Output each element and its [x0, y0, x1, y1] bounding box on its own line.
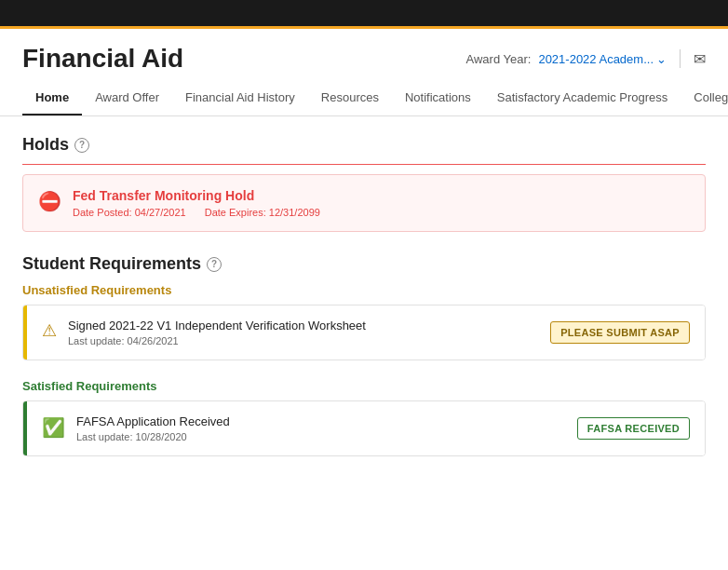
- fafsa-received-badge[interactable]: FAFSA RECEIVED: [577, 417, 690, 440]
- hold-item: ⛔ Fed Transfer Monitoring Hold Date Post…: [22, 174, 706, 232]
- hold-date-expires-value: 12/31/2099: [269, 207, 320, 218]
- satisfied-req-name: FAFSA Application Received: [76, 414, 230, 428]
- warning-triangle-icon: ⚠: [42, 320, 57, 341]
- holds-section: Holds ? ⛔ Fed Transfer Monitoring Hold D…: [22, 135, 706, 232]
- satisfied-req-update: Last update: 10/28/2020: [76, 431, 230, 442]
- unsatisfied-subtitle: Unsatisfied Requirements: [22, 283, 706, 297]
- unsatisfied-req-name: Signed 2021-22 V1 Independent Verificati…: [68, 319, 366, 332]
- nav-item-resources[interactable]: Resources: [308, 81, 392, 115]
- checkmark-circle-icon: ✅: [42, 416, 65, 439]
- award-year-selector[interactable]: 2021-2022 Academ... ⌄: [538, 52, 667, 66]
- holds-help-icon[interactable]: ?: [74, 138, 89, 153]
- mail-icon[interactable]: ✉: [694, 50, 706, 68]
- main-nav: Home Award Offer Financial Aid History R…: [0, 81, 728, 116]
- requirements-section-title: Student Requirements ?: [22, 254, 706, 274]
- header-right: Award Year: 2021-2022 Academ... ⌄ ✉: [466, 49, 706, 68]
- holds-title-text: Holds: [22, 135, 69, 155]
- nav-item-home[interactable]: Home: [22, 81, 82, 115]
- satisfied-req-item: ✅ FAFSA Application Received Last update…: [23, 401, 705, 455]
- requirements-help-icon[interactable]: ?: [207, 257, 222, 272]
- unsatisfied-req-details: Signed 2021-22 V1 Independent Verificati…: [68, 319, 366, 346]
- hold-details: Fed Transfer Monitoring Hold Date Posted…: [73, 188, 320, 218]
- holds-divider: [22, 164, 706, 165]
- submit-asap-badge[interactable]: PLEASE SUBMIT ASAP: [550, 321, 690, 344]
- header: Financial Aid Award Year: 2021-2022 Acad…: [0, 29, 728, 81]
- hold-date-posted-label: Date Posted:: [73, 207, 132, 218]
- main-content: Holds ? ⛔ Fed Transfer Monitoring Hold D…: [0, 116, 728, 494]
- unsatisfied-req-update: Last update: 04/26/2021: [68, 335, 366, 346]
- satisfied-req-left: ✅ FAFSA Application Received Last update…: [42, 414, 230, 442]
- nav-item-financial-aid-history[interactable]: Financial Aid History: [172, 81, 308, 115]
- requirements-title-text: Student Requirements: [22, 254, 201, 274]
- unsatisfied-req-item: ⚠ Signed 2021-22 V1 Independent Verifica…: [23, 305, 705, 360]
- hold-dates: Date Posted: 04/27/2021 Date Expires: 12…: [73, 207, 320, 218]
- satisfied-subtitle: Satisfied Requirements: [22, 379, 706, 393]
- satisfied-req-details: FAFSA Application Received Last update: …: [76, 414, 230, 442]
- nav-item-award-offer[interactable]: Award Offer: [82, 81, 172, 115]
- header-left: Financial Aid: [22, 44, 183, 74]
- student-requirements-section: Student Requirements ? Unsatisfied Requi…: [22, 254, 706, 456]
- hold-date-expires-label: Date Expires:: [205, 207, 266, 218]
- nav-item-notifications[interactable]: Notifications: [392, 81, 484, 115]
- hold-name: Fed Transfer Monitoring Hold: [73, 188, 320, 203]
- top-bar: [0, 0, 728, 26]
- satisfied-requirements-list: ✅ FAFSA Application Received Last update…: [22, 400, 706, 456]
- hold-warning-icon: ⛔: [38, 190, 61, 212]
- holds-section-title: Holds ?: [22, 135, 706, 155]
- page-title: Financial Aid: [22, 44, 183, 74]
- nav-item-satisfactory-academic-progress[interactable]: Satisfactory Academic Progress: [484, 81, 681, 115]
- hold-date-posted: Date Posted: 04/27/2021: [73, 207, 186, 218]
- award-year-value: 2021-2022 Academ...: [538, 52, 654, 66]
- unsatisfied-req-left: ⚠ Signed 2021-22 V1 Independent Verifica…: [42, 319, 366, 346]
- chevron-down-icon: ⌄: [656, 52, 667, 66]
- hold-date-posted-value: 04/27/2021: [135, 207, 186, 218]
- award-year-label: Award Year:: [466, 52, 532, 66]
- vertical-divider: [680, 49, 681, 68]
- unsatisfied-requirements-list: ⚠ Signed 2021-22 V1 Independent Verifica…: [22, 305, 706, 360]
- nav-item-college-fina[interactable]: College Fina: [681, 81, 728, 115]
- hold-date-expires: Date Expires: 12/31/2099: [205, 207, 320, 218]
